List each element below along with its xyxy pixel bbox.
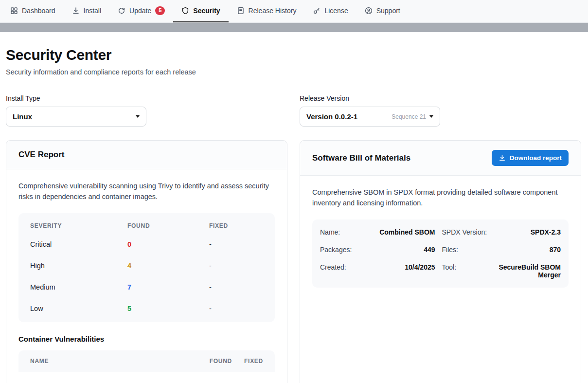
found-count: 0	[127, 234, 209, 255]
nav-item-dashboard[interactable]: Dashboard	[2, 0, 64, 22]
download-icon	[499, 154, 506, 162]
shield-icon	[181, 7, 189, 15]
detail-value: SecureBuild SBOM Merger	[498, 258, 561, 284]
cards-row: CVE Report Comprehensive vulnerability s…	[6, 140, 581, 383]
detail-label: Name:	[320, 223, 365, 241]
fixed-count: -	[209, 298, 263, 319]
filters-row: Install Type Linux Release Version Versi…	[6, 94, 581, 127]
container-vulnerabilities-table: NAME FOUND FIXED	[18, 350, 275, 372]
key-icon	[313, 7, 321, 15]
chevron-down-icon	[429, 115, 433, 118]
table-row-critical: Critical 0 -	[30, 234, 263, 255]
download-report-label: Download report	[510, 154, 562, 162]
col-fixed: FIXED	[209, 215, 263, 234]
sbom-description: Comprehensive SBOM in SPDX format provid…	[312, 187, 569, 209]
detail-value: Combined SBOM	[372, 223, 435, 241]
detail-label: Created:	[320, 258, 365, 284]
page-subtitle: Security information and compliance repo…	[6, 68, 581, 76]
detail-value: 449	[372, 241, 435, 258]
table-row-medium: Medium 7 -	[30, 276, 263, 298]
nav-label: Dashboard	[22, 7, 55, 15]
found-count: 4	[127, 255, 209, 276]
update-count-badge: 5	[155, 6, 165, 15]
detail-value: 10/4/2025	[372, 258, 435, 284]
dashboard-icon	[10, 7, 18, 15]
main-content: Security Center Security information and…	[0, 32, 588, 383]
install-type-field: Install Type Linux	[6, 94, 287, 127]
nav-item-security[interactable]: Security	[173, 0, 228, 22]
col-severity: SEVERITY	[30, 215, 127, 234]
download-report-button[interactable]: Download report	[492, 150, 569, 166]
nav-item-license[interactable]: License	[304, 0, 356, 22]
detail-label: Tool:	[442, 258, 491, 284]
table-row-high: High 4 -	[30, 255, 263, 276]
fixed-count: -	[209, 276, 263, 298]
install-type-select[interactable]: Linux	[6, 107, 146, 127]
found-count: 5	[127, 298, 209, 319]
release-version-select[interactable]: Version 0.0.2-1 Sequence 21	[300, 107, 440, 127]
install-type-label: Install Type	[6, 94, 287, 102]
col-found: FOUND	[188, 350, 232, 372]
detail-value: SPDX-2.3	[498, 223, 561, 241]
detail-label: Packages:	[320, 241, 365, 258]
found-count: 7	[127, 276, 209, 298]
col-fixed: FIXED	[232, 350, 263, 372]
nav-item-update[interactable]: Update 5	[109, 0, 173, 22]
container-table-header: NAME FOUND FIXED	[30, 350, 263, 372]
journal-icon	[237, 7, 245, 15]
sequence-badge: Sequence 21	[392, 113, 426, 120]
severity-label: Low	[30, 298, 127, 319]
nav-item-install[interactable]: Install	[64, 0, 110, 22]
sbom-card: Software Bill of Materials Download repo…	[300, 140, 581, 383]
nav-item-release-history[interactable]: Release History	[229, 0, 305, 22]
cve-card-header: CVE Report	[6, 141, 287, 169]
page-title: Security Center	[6, 47, 581, 63]
col-name: NAME	[30, 350, 188, 372]
nav-label: Security	[193, 7, 220, 15]
severity-label: Critical	[30, 234, 127, 255]
release-version-field: Release Version Version 0.0.2-1 Sequence…	[300, 94, 581, 127]
install-type-value: Linux	[13, 112, 32, 121]
fixed-count: -	[209, 234, 263, 255]
detail-value: 870	[498, 241, 561, 258]
nav-label: Update	[129, 7, 151, 15]
download-icon	[72, 7, 80, 15]
divider-band	[0, 23, 588, 32]
sbom-card-header: Software Bill of Materials Download repo…	[300, 141, 581, 176]
cve-description: Comprehensive vulnerability scanning usi…	[18, 181, 275, 202]
severity-table-header: SEVERITY FOUND FIXED	[30, 215, 263, 234]
detail-label: Files:	[442, 241, 491, 258]
sbom-card-body: Comprehensive SBOM in SPDX format provid…	[300, 176, 581, 299]
cve-card-body: Comprehensive vulnerability scanning usi…	[6, 169, 287, 383]
nav-item-support[interactable]: Support	[356, 0, 409, 22]
severity-label: Medium	[30, 276, 127, 298]
sbom-card-title: Software Bill of Materials	[312, 153, 410, 163]
release-version-value: Version 0.0.2-1	[306, 112, 357, 121]
top-nav: Dashboard Install Update 5 Security Rele…	[0, 0, 588, 23]
severity-label: High	[30, 255, 127, 276]
nav-label: Release History	[249, 7, 297, 15]
severity-table: SEVERITY FOUND FIXED Critical 0 - High 4…	[18, 213, 275, 322]
detail-label: SPDX Version:	[442, 223, 491, 241]
refresh-icon	[118, 7, 125, 15]
nav-label: License	[324, 7, 348, 15]
col-found: FOUND	[127, 215, 209, 234]
cve-card-title: CVE Report	[18, 150, 64, 160]
table-row-low: Low 5 -	[30, 298, 263, 319]
fixed-count: -	[209, 255, 263, 276]
release-version-label: Release Version	[300, 94, 581, 102]
sbom-details: Name: Combined SBOM SPDX Version: SPDX-2…	[312, 219, 569, 288]
container-vulnerabilities-title: Container Vulnerabilities	[18, 335, 275, 343]
nav-label: Install	[84, 7, 102, 15]
support-person-icon	[365, 7, 373, 15]
cve-report-card: CVE Report Comprehensive vulnerability s…	[6, 140, 287, 383]
chevron-down-icon	[136, 115, 140, 118]
nav-label: Support	[376, 7, 400, 15]
